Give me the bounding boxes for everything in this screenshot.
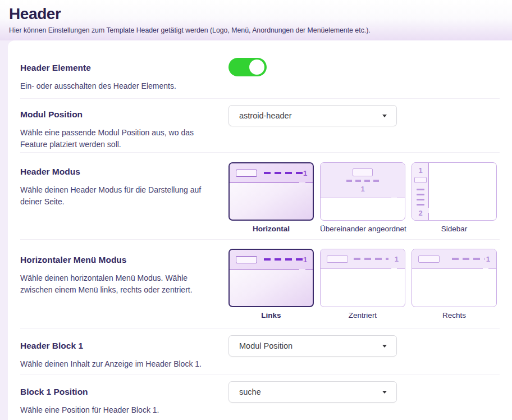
- header-block-1-help: Wähle deinen Inhalt zur Anzeige im Heade…: [20, 358, 211, 370]
- row-header-elemente: Header Elemente Ein- oder ausschalten de…: [20, 40, 500, 99]
- header-elemente-toggle[interactable]: [228, 58, 267, 76]
- row-modul-position: Modul Position Wähle eine passende Modul…: [20, 99, 500, 153]
- logo-placeholder-icon: [418, 255, 440, 263]
- logo-placeholder-icon: [414, 177, 427, 183]
- menu-dashes-icon: [264, 172, 303, 174]
- logo-placeholder-icon: [236, 256, 257, 263]
- menu-mode-option-zentriert[interactable]: 1 Zentriert: [320, 249, 405, 319]
- header-block-1-select-value: Modul Position: [239, 341, 292, 350]
- header-elemente-label: Header Elemente: [20, 63, 228, 73]
- menu-modus-help: Wähle deinen horizontalen Menü Modus. Wä…: [20, 272, 211, 296]
- block-1-position-select[interactable]: suche: [228, 381, 397, 403]
- option-label-rechts: Rechts: [412, 311, 497, 319]
- row-header-modus: Header Modus Wähle deinen Header Modus f…: [20, 153, 500, 240]
- row-header-block-1: Header Block 1 Wähle deinen Inhalt zur A…: [20, 329, 500, 375]
- page-header: Header Hier können Einstellungen zum Tem…: [0, 0, 512, 40]
- block-number: 1: [486, 255, 490, 263]
- header-modus-help: Wähle deinen Header Modus für die Darste…: [20, 184, 211, 208]
- header-mode-option-sidebar[interactable]: 1 2 Sidebar: [412, 162, 497, 233]
- stacked-thumbnail: 1: [320, 162, 405, 221]
- sidebar-thumbnail: 1 2: [412, 162, 497, 221]
- page-subtitle: Hier können Einstellungen zum Template H…: [9, 26, 503, 34]
- header-mode-option-horizontal[interactable]: 1 Horizontal: [228, 162, 314, 233]
- menu-modus-label: Horizontaler Menü Modus: [20, 255, 228, 265]
- settings-card: Header Elemente Ein- oder ausschalten de…: [8, 40, 512, 420]
- menu-dashes-icon: [452, 258, 484, 260]
- modul-position-select-value: astroid-header: [239, 111, 292, 120]
- option-label-links: Links: [228, 311, 314, 319]
- block-number: 1: [303, 170, 307, 177]
- menu-mode-option-rechts[interactable]: 1 Rechts: [412, 249, 497, 319]
- menu-left-thumbnail: 1: [228, 249, 314, 307]
- logo-placeholder-icon: [236, 170, 257, 177]
- option-label-horizontal: Horizontal: [228, 225, 314, 233]
- header-modus-options: 1 Horizontal 1 Übereinander angeordnet: [228, 162, 500, 233]
- modul-position-select[interactable]: astroid-header: [228, 105, 397, 126]
- menu-dashes-icon: [417, 189, 424, 206]
- chevron-down-icon: [382, 345, 387, 348]
- toggle-knob: [249, 60, 264, 75]
- row-block-1-position: Block 1 Position Wähle eine Position für…: [20, 375, 500, 420]
- menu-modus-options: 1 Links 1 Zentriert: [228, 249, 500, 319]
- option-label-sidebar: Sidebar: [412, 225, 497, 233]
- header-block-1-select[interactable]: Modul Position: [228, 335, 397, 357]
- header-elemente-help: Ein- oder ausschalten des Header Element…: [20, 80, 211, 92]
- logo-placeholder-icon: [327, 255, 348, 263]
- block-number: 1: [395, 255, 399, 263]
- chevron-down-icon: [382, 115, 387, 117]
- modul-position-help: Wähle eine passende Modul Position aus, …: [20, 127, 211, 150]
- menu-center-thumbnail: 1: [320, 249, 405, 307]
- row-menu-modus: Horizontaler Menü Modus Wähle deinen hor…: [20, 240, 500, 329]
- block-number: 1: [418, 167, 422, 174]
- block-number: 2: [418, 209, 422, 217]
- header-mode-option-stacked[interactable]: 1 Übereinander angeordnet: [320, 162, 405, 233]
- option-label-zentriert: Zentriert: [320, 311, 405, 319]
- menu-dashes-icon: [354, 258, 388, 260]
- option-label-stacked: Übereinander angeordnet: [320, 225, 405, 233]
- block-1-position-help: Wähle eine Position für Header Block 1.: [20, 404, 211, 416]
- logo-placeholder-icon: [353, 168, 373, 176]
- modul-position-label: Modul Position: [20, 109, 228, 120]
- page-title: Header: [9, 5, 503, 23]
- block-1-position-select-value: suche: [239, 387, 261, 396]
- block-1-position-label: Block 1 Position: [20, 387, 228, 397]
- block-number: 1: [360, 185, 364, 193]
- menu-dashes-icon: [264, 258, 303, 261]
- header-modus-label: Header Modus: [20, 167, 228, 177]
- chevron-down-icon: [382, 391, 387, 394]
- menu-right-thumbnail: 1: [412, 249, 497, 307]
- menu-dashes-icon: [346, 180, 379, 182]
- horizontal-thumbnail: 1: [228, 162, 314, 221]
- block-number: 1: [303, 256, 307, 263]
- menu-mode-option-links[interactable]: 1 Links: [228, 249, 314, 319]
- header-block-1-label: Header Block 1: [20, 341, 228, 351]
